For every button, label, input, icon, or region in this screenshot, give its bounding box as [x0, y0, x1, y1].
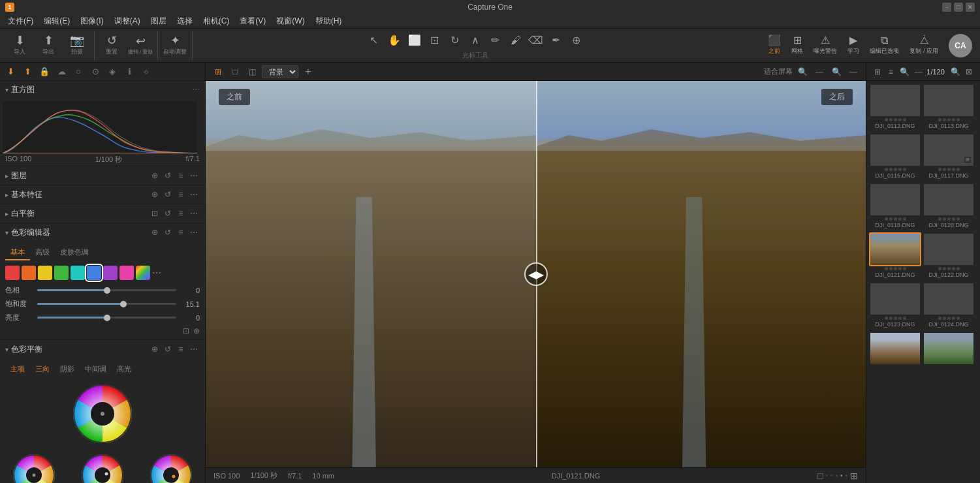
white-balance-header[interactable]: ▸ 白平衡 ⊡ ↺ ≡ ⋯: [0, 204, 205, 223]
lp-icon-export[interactable]: ⬆: [20, 64, 35, 80]
cursor-tool-picker[interactable]: ⊕: [567, 31, 586, 50]
layers-menu-icon[interactable]: ≡: [175, 170, 187, 181]
cursor-tool-eraser[interactable]: ⌫: [527, 31, 545, 50]
filmstrip-zoom-btn[interactable]: ⊠: [964, 65, 975, 79]
cursor-tool-hand[interactable]: ✋: [385, 31, 403, 50]
thumb-item-0120[interactable]: DJI_0120.DNG: [923, 183, 975, 228]
copy-selected-button[interactable]: ⧉ 编辑已选项: [864, 31, 904, 60]
tab-skin[interactable]: 皮肤色调: [55, 245, 94, 260]
ce-link-icon[interactable]: ⊕: [149, 226, 161, 238]
zoom-search2-button[interactable]: 🔍: [829, 65, 844, 79]
menu-file[interactable]: 文件(F): [3, 14, 39, 28]
swatch-all[interactable]: [136, 266, 150, 280]
layers-reset-icon[interactable]: ↺: [162, 170, 174, 181]
thumb-item-0116[interactable]: DJI_0116.DNG: [869, 133, 921, 179]
menu-select[interactable]: 选择: [172, 14, 198, 28]
thumb-item-0118[interactable]: DJI_0118.DNG: [869, 183, 921, 228]
menu-window[interactable]: 视窗(W): [271, 14, 309, 28]
ce-copy-button[interactable]: ⊡: [183, 326, 189, 335]
histogram-menu-icon[interactable]: ⋯: [193, 86, 200, 94]
wb-menu-icon[interactable]: ≡: [175, 208, 187, 219]
thumb-item-0124[interactable]: DJI_0124.DNG: [923, 282, 975, 328]
zoom-minus2-button[interactable]: —: [846, 65, 861, 79]
wb-reset-icon[interactable]: ↺: [162, 208, 174, 219]
capture-button[interactable]: 📷 拍摄: [64, 31, 90, 60]
split-circle[interactable]: ◀▶: [524, 262, 548, 286]
layers-copy-icon[interactable]: ⊕: [149, 170, 161, 181]
menu-camera[interactable]: 相机(C): [198, 14, 235, 28]
filmstrip-filter-btn[interactable]: ≡: [885, 65, 896, 79]
swatch-yellow[interactable]: [38, 266, 52, 280]
lp-icon-search[interactable]: ⊙: [87, 64, 103, 80]
auto-adjust-button[interactable]: ✦ 自动调整: [162, 31, 188, 60]
ce-pipette-button[interactable]: ⊕: [193, 326, 200, 335]
cursor-tool-crop[interactable]: ⊡: [426, 31, 444, 50]
saturation-slider[interactable]: [37, 303, 176, 305]
cursor-tool-arrow[interactable]: ↖: [365, 31, 383, 50]
balance-tab-shadow[interactable]: 阴影: [55, 362, 80, 376]
thumb-item-extra2[interactable]: [923, 332, 975, 366]
cursor-tool-measure[interactable]: ∧: [466, 31, 484, 50]
learn-button[interactable]: ▶ 学习: [842, 31, 864, 60]
histogram-header[interactable]: ▾ 直方图 ⋯: [0, 81, 205, 99]
status-view-icon[interactable]: □: [817, 471, 823, 481]
cursor-tool-rect[interactable]: ⬜: [405, 31, 424, 50]
before-button[interactable]: ⬛ 之前: [763, 31, 786, 60]
cb-more-icon[interactable]: ⋯: [188, 343, 200, 355]
basic-char-reset-icon[interactable]: ↺: [162, 189, 174, 200]
tab-basic[interactable]: 基本: [5, 245, 30, 260]
menu-image[interactable]: 图像(I): [75, 14, 108, 28]
color-balance-header[interactable]: ▾ 色彩平衡 ⊕ ↺ ≡ ⋯: [0, 340, 205, 358]
lp-icon-profile[interactable]: ☁: [54, 64, 69, 80]
thumb-item-0113[interactable]: DJI_0113.DNG: [923, 84, 975, 129]
lp-icon-circle[interactable]: ○: [71, 64, 86, 80]
reset-button[interactable]: ↺ 重置: [99, 31, 125, 60]
menu-help[interactable]: 帮助(H): [310, 14, 347, 28]
status-grid-icon[interactable]: ⊞: [850, 471, 858, 481]
balance-tab-highlight[interactable]: 高光: [112, 362, 136, 376]
balance-tab-midtone[interactable]: 中间调: [80, 362, 112, 376]
variant-select[interactable]: 背景: [262, 65, 298, 78]
brightness-slider[interactable]: [37, 317, 176, 319]
export-button[interactable]: ⬆ 导出: [35, 31, 61, 60]
cb-reset-icon[interactable]: ↺: [162, 343, 174, 355]
filmstrip-search2-btn[interactable]: 🔍: [950, 65, 961, 79]
basic-char-menu-icon[interactable]: ≡: [175, 189, 187, 200]
swatch-orange[interactable]: [22, 266, 36, 280]
cursor-tool-stamp[interactable]: ✒: [547, 31, 565, 50]
layers-header[interactable]: ▸ 图层 ⊕ ↺ ≡ ⋯: [0, 166, 205, 185]
filmstrip-minus-btn[interactable]: —: [913, 65, 924, 79]
balance-tab-three[interactable]: 三向: [30, 362, 55, 376]
layers-more-icon[interactable]: ⋯: [188, 170, 200, 181]
undo-button[interactable]: ↩ 撤销 / 重做: [127, 31, 153, 60]
cursor-tool-brush[interactable]: 🖌: [507, 31, 525, 50]
minimize-button[interactable]: －: [942, 3, 951, 12]
cb-link-icon[interactable]: ⊕: [149, 343, 161, 355]
menu-edit[interactable]: 编辑(E): [39, 14, 75, 28]
network-button[interactable]: ⊞ 网格: [786, 31, 808, 60]
tab-advanced[interactable]: 高级: [30, 245, 55, 260]
balance-tab-master[interactable]: 主项: [5, 362, 30, 376]
add-variant-button[interactable]: +: [301, 65, 315, 79]
lp-icon-info[interactable]: ℹ: [121, 64, 137, 80]
color-editor-header[interactable]: ▾ 色彩编辑器 ⊕ ↺ ≡ ⋯: [0, 223, 205, 242]
maximize-button[interactable]: □: [954, 3, 963, 12]
import-button[interactable]: ⬇ 导入: [7, 31, 33, 60]
thumb-item-0112[interactable]: DJI_0112.DNG: [869, 84, 921, 129]
filmstrip-search-btn[interactable]: 🔍: [899, 65, 910, 79]
midtone-wheel[interactable]: [79, 452, 126, 483]
ce-menu-icon[interactable]: ≡: [175, 226, 187, 238]
basic-char-more-icon[interactable]: ⋯: [188, 189, 200, 200]
close-button[interactable]: ✕: [966, 3, 975, 12]
swatch-cyan[interactable]: [71, 266, 85, 280]
exposure-button[interactable]: ⚠ 曝光警告: [808, 31, 842, 60]
menu-adjust[interactable]: 调整(A): [109, 14, 146, 28]
view-mode-single[interactable]: □: [228, 65, 242, 79]
thumb-item-extra1[interactable]: [869, 332, 921, 366]
lp-icon-lock[interactable]: 🔒: [37, 64, 52, 80]
menu-view[interactable]: 查看(V): [234, 14, 271, 28]
shadow-wheel[interactable]: [10, 452, 57, 483]
thumb-item-0122[interactable]: DJI_0122.DNG: [923, 232, 975, 278]
cb-menu-icon[interactable]: ≡: [175, 343, 187, 355]
swatch-red[interactable]: [5, 266, 20, 280]
